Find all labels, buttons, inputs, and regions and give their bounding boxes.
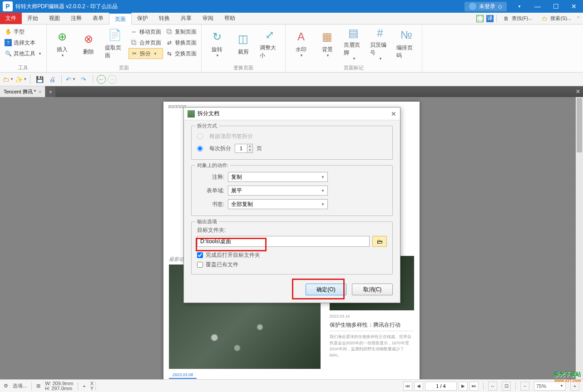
- swap-page[interactable]: ⇆交换页面: [164, 48, 198, 59]
- close-tab-icon[interactable]: ×: [39, 89, 41, 94]
- print-button[interactable]: 🖨: [47, 74, 58, 85]
- collapse-ribbon-icon[interactable]: ^: [577, 16, 579, 21]
- menu-annotate[interactable]: 注释: [65, 13, 87, 24]
- watermark-btn[interactable]: A水印▼: [288, 26, 314, 61]
- add-tab-button[interactable]: +: [45, 86, 55, 97]
- fit-icon[interactable]: ⛶: [476, 15, 484, 22]
- gear-icon[interactable]: ⚙: [4, 383, 8, 389]
- hand-tool[interactable]: ✋手型: [3, 26, 44, 37]
- spinner-up[interactable]: ▲: [247, 144, 252, 148]
- dialog-titlebar[interactable]: 拆分文档 ✕: [184, 108, 400, 120]
- menu-file[interactable]: 文件: [0, 13, 22, 24]
- copy-page-icon: ⿻: [166, 28, 173, 35]
- fit-page[interactable]: ⊡: [502, 382, 511, 391]
- translate-icon[interactable]: 译: [486, 15, 494, 22]
- crop-page[interactable]: ◫裁剪: [231, 26, 256, 61]
- bookmark-combo[interactable]: 全部复制▼: [228, 199, 328, 209]
- radio-each-split[interactable]: 每次拆分 ▲▼ 页: [197, 142, 387, 155]
- resize-page[interactable]: ⤢调整大小: [257, 26, 282, 61]
- undo-button[interactable]: ↶▼: [65, 74, 76, 85]
- formfield-combo[interactable]: 展平▼: [228, 186, 328, 196]
- nav-back-button[interactable]: ←: [97, 75, 106, 84]
- article2-date: 2023.03.16: [330, 314, 414, 318]
- page-number-btn[interactable]: №编排页码: [394, 26, 419, 61]
- menu-start[interactable]: 开始: [22, 13, 44, 24]
- split-count-input[interactable]: [235, 144, 247, 152]
- find-button[interactable]: 🗎 查找(F)...: [499, 14, 535, 24]
- last-page[interactable]: ⏭: [469, 382, 479, 391]
- redo-button[interactable]: ↷: [78, 74, 89, 85]
- overwrite-check[interactable]: 覆盖已有文件: [197, 260, 387, 270]
- menu-share[interactable]: 共享: [175, 13, 197, 24]
- radio-each-input[interactable]: [197, 146, 203, 152]
- extract-page[interactable]: 📄 提取页面: [102, 26, 128, 61]
- search-button[interactable]: 🗀 搜索(S)...: [538, 14, 574, 24]
- object-actions-legend: 对象上的动作:: [195, 162, 230, 169]
- ok-button[interactable]: 确定(O): [306, 284, 346, 295]
- page-number-input[interactable]: [425, 382, 457, 391]
- replace-page[interactable]: ⇄替换页面: [164, 37, 198, 48]
- split-method-group: 拆分方式 根据顶层书签拆分 每次拆分 ▲▼ 页: [191, 126, 393, 160]
- move-page[interactable]: ↔移动页面: [128, 26, 163, 37]
- delete-page[interactable]: ⊗ 删除: [76, 26, 101, 61]
- menu-review[interactable]: 审阅: [197, 13, 219, 24]
- options-label[interactable]: 选项...: [13, 382, 27, 389]
- new-button[interactable]: ✨▼: [15, 74, 26, 85]
- copy-page[interactable]: ⿻复制页面: [164, 26, 198, 37]
- user-status[interactable]: 未登录 ◇: [464, 2, 507, 11]
- fit-width[interactable]: ↔: [488, 382, 497, 391]
- maximize-button[interactable]: ☐: [547, 0, 565, 13]
- cancel-button[interactable]: 取消(C): [352, 284, 393, 295]
- header-footer-btn[interactable]: ▤页眉页脚▼: [341, 26, 366, 61]
- close-button[interactable]: ✕: [565, 0, 583, 13]
- scrollbar-thumb[interactable]: [577, 98, 582, 152]
- window-dropdown[interactable]: ▼: [510, 0, 529, 13]
- zoom-combo[interactable]: 75%▼: [534, 382, 566, 391]
- vertical-scrollbar[interactable]: [576, 97, 583, 379]
- bates-btn[interactable]: #贝茨编号▼: [367, 26, 393, 61]
- menu-pages[interactable]: 页面: [109, 13, 132, 24]
- output-legend: 输出选项: [195, 218, 219, 225]
- zoom-in[interactable]: +: [570, 382, 579, 391]
- menu-view[interactable]: 视图: [44, 13, 65, 24]
- browse-button[interactable]: 🗁: [372, 236, 387, 247]
- menu-forms[interactable]: 表单: [87, 13, 109, 24]
- extract-icon: 📄: [108, 28, 122, 42]
- insert-page[interactable]: ⊕ 插入▼: [49, 26, 75, 61]
- article2-title: 保护生物多样性：腾讯在行动: [330, 321, 414, 331]
- merge-page[interactable]: ⿻合并页面: [128, 37, 163, 48]
- menu-protect[interactable]: 保护: [132, 13, 153, 24]
- prev-page[interactable]: ◀: [414, 382, 423, 391]
- open-button[interactable]: 🗀▼: [3, 74, 14, 85]
- save-button[interactable]: 💾: [34, 74, 45, 85]
- zoom-out[interactable]: −: [520, 382, 529, 391]
- rotate-page[interactable]: ↻旋转▼: [204, 26, 230, 61]
- menu-convert[interactable]: 转换: [153, 13, 175, 24]
- nav-forward-button[interactable]: →: [108, 75, 117, 84]
- menu-help[interactable]: 帮助: [219, 13, 241, 24]
- open-after-checkbox[interactable]: [197, 252, 203, 258]
- resize-icon: ⤢: [262, 28, 277, 42]
- radio-by-bookmark[interactable]: 根据顶层书签拆分: [197, 131, 387, 142]
- overwrite-checkbox[interactable]: [197, 262, 203, 268]
- folder-open-icon: 🗁: [377, 238, 383, 245]
- spinner-down[interactable]: ▼: [247, 148, 252, 152]
- other-tools[interactable]: 🔍其他工具▼: [3, 48, 44, 59]
- split-page[interactable]: ✂拆分▼: [128, 48, 163, 59]
- bates-icon: #: [373, 27, 387, 39]
- folder-path-input[interactable]: [197, 236, 370, 247]
- split-count-spinner[interactable]: ▲▼: [235, 144, 253, 153]
- select-text-tool[interactable]: T选择文本: [3, 37, 44, 48]
- next-page[interactable]: ▶: [459, 382, 468, 391]
- doc-tab-active[interactable]: Tencent 腾讯 * ×: [0, 86, 45, 97]
- bookmark-label: 书签:: [197, 201, 224, 208]
- open-after-check[interactable]: 完成后打开目标文件夹: [197, 250, 387, 260]
- minimize-button[interactable]: —: [529, 0, 547, 13]
- first-page[interactable]: ⏮: [403, 382, 412, 391]
- watermark-icon: A: [294, 29, 308, 44]
- annotation-combo[interactable]: 复制▼: [228, 172, 328, 182]
- target-folder-label: 目标文件夹:: [197, 226, 387, 234]
- close-all-tabs[interactable]: ×: [573, 86, 583, 97]
- background-btn[interactable]: ▦背景▼: [315, 26, 340, 61]
- dialog-close-icon[interactable]: ✕: [391, 110, 396, 118]
